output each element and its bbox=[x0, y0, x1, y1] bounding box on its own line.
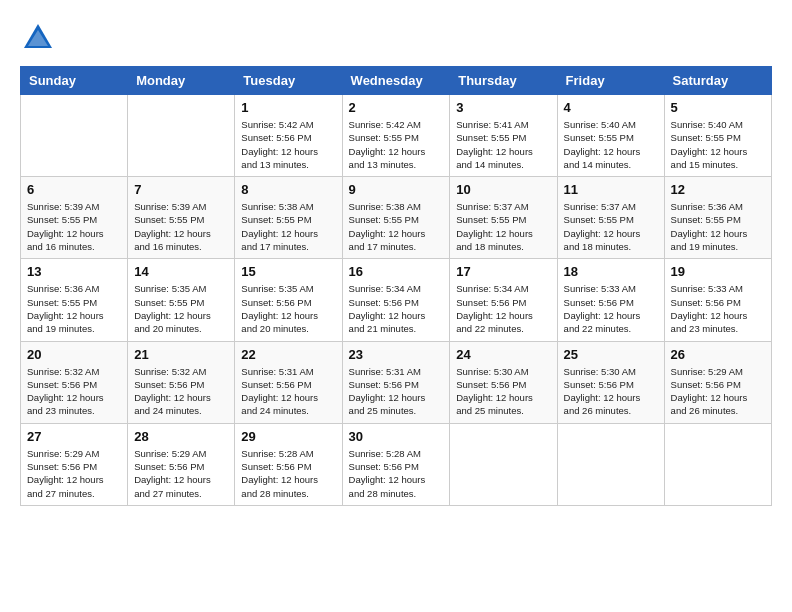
day-number: 16 bbox=[349, 264, 444, 279]
day-number: 5 bbox=[671, 100, 765, 115]
day-number: 28 bbox=[134, 429, 228, 444]
day-number: 21 bbox=[134, 347, 228, 362]
day-number: 9 bbox=[349, 182, 444, 197]
calendar-cell bbox=[664, 423, 771, 505]
day-number: 13 bbox=[27, 264, 121, 279]
day-info: Sunrise: 5:31 AM Sunset: 5:56 PM Dayligh… bbox=[241, 365, 335, 418]
day-number: 20 bbox=[27, 347, 121, 362]
calendar-cell: 29Sunrise: 5:28 AM Sunset: 5:56 PM Dayli… bbox=[235, 423, 342, 505]
calendar-cell: 1Sunrise: 5:42 AM Sunset: 5:56 PM Daylig… bbox=[235, 95, 342, 177]
day-info: Sunrise: 5:39 AM Sunset: 5:55 PM Dayligh… bbox=[27, 200, 121, 253]
weekday-header-friday: Friday bbox=[557, 67, 664, 95]
logo-icon bbox=[20, 20, 56, 56]
day-info: Sunrise: 5:34 AM Sunset: 5:56 PM Dayligh… bbox=[349, 282, 444, 335]
day-number: 19 bbox=[671, 264, 765, 279]
day-info: Sunrise: 5:40 AM Sunset: 5:55 PM Dayligh… bbox=[564, 118, 658, 171]
day-info: Sunrise: 5:33 AM Sunset: 5:56 PM Dayligh… bbox=[564, 282, 658, 335]
day-info: Sunrise: 5:35 AM Sunset: 5:56 PM Dayligh… bbox=[241, 282, 335, 335]
calendar-cell: 9Sunrise: 5:38 AM Sunset: 5:55 PM Daylig… bbox=[342, 177, 450, 259]
calendar-cell: 13Sunrise: 5:36 AM Sunset: 5:55 PM Dayli… bbox=[21, 259, 128, 341]
week-row-2: 6Sunrise: 5:39 AM Sunset: 5:55 PM Daylig… bbox=[21, 177, 772, 259]
day-info: Sunrise: 5:37 AM Sunset: 5:55 PM Dayligh… bbox=[456, 200, 550, 253]
day-info: Sunrise: 5:36 AM Sunset: 5:55 PM Dayligh… bbox=[27, 282, 121, 335]
calendar-cell: 10Sunrise: 5:37 AM Sunset: 5:55 PM Dayli… bbox=[450, 177, 557, 259]
day-info: Sunrise: 5:42 AM Sunset: 5:56 PM Dayligh… bbox=[241, 118, 335, 171]
calendar-cell: 6Sunrise: 5:39 AM Sunset: 5:55 PM Daylig… bbox=[21, 177, 128, 259]
calendar-cell: 18Sunrise: 5:33 AM Sunset: 5:56 PM Dayli… bbox=[557, 259, 664, 341]
day-number: 3 bbox=[456, 100, 550, 115]
calendar-cell bbox=[450, 423, 557, 505]
day-info: Sunrise: 5:30 AM Sunset: 5:56 PM Dayligh… bbox=[456, 365, 550, 418]
day-info: Sunrise: 5:39 AM Sunset: 5:55 PM Dayligh… bbox=[134, 200, 228, 253]
day-number: 30 bbox=[349, 429, 444, 444]
day-number: 10 bbox=[456, 182, 550, 197]
day-info: Sunrise: 5:30 AM Sunset: 5:56 PM Dayligh… bbox=[564, 365, 658, 418]
day-number: 11 bbox=[564, 182, 658, 197]
weekday-header-sunday: Sunday bbox=[21, 67, 128, 95]
day-info: Sunrise: 5:31 AM Sunset: 5:56 PM Dayligh… bbox=[349, 365, 444, 418]
calendar-cell: 20Sunrise: 5:32 AM Sunset: 5:56 PM Dayli… bbox=[21, 341, 128, 423]
day-number: 8 bbox=[241, 182, 335, 197]
calendar-cell: 11Sunrise: 5:37 AM Sunset: 5:55 PM Dayli… bbox=[557, 177, 664, 259]
day-info: Sunrise: 5:38 AM Sunset: 5:55 PM Dayligh… bbox=[241, 200, 335, 253]
day-number: 22 bbox=[241, 347, 335, 362]
calendar-cell bbox=[128, 95, 235, 177]
weekday-header-wednesday: Wednesday bbox=[342, 67, 450, 95]
day-info: Sunrise: 5:38 AM Sunset: 5:55 PM Dayligh… bbox=[349, 200, 444, 253]
calendar-table: SundayMondayTuesdayWednesdayThursdayFrid… bbox=[20, 66, 772, 506]
calendar-cell: 14Sunrise: 5:35 AM Sunset: 5:55 PM Dayli… bbox=[128, 259, 235, 341]
day-number: 15 bbox=[241, 264, 335, 279]
day-number: 12 bbox=[671, 182, 765, 197]
calendar-cell: 4Sunrise: 5:40 AM Sunset: 5:55 PM Daylig… bbox=[557, 95, 664, 177]
day-number: 1 bbox=[241, 100, 335, 115]
week-row-1: 1Sunrise: 5:42 AM Sunset: 5:56 PM Daylig… bbox=[21, 95, 772, 177]
day-number: 2 bbox=[349, 100, 444, 115]
calendar-cell: 17Sunrise: 5:34 AM Sunset: 5:56 PM Dayli… bbox=[450, 259, 557, 341]
day-number: 7 bbox=[134, 182, 228, 197]
day-info: Sunrise: 5:40 AM Sunset: 5:55 PM Dayligh… bbox=[671, 118, 765, 171]
day-number: 4 bbox=[564, 100, 658, 115]
calendar-cell: 2Sunrise: 5:42 AM Sunset: 5:55 PM Daylig… bbox=[342, 95, 450, 177]
calendar-cell: 16Sunrise: 5:34 AM Sunset: 5:56 PM Dayli… bbox=[342, 259, 450, 341]
day-info: Sunrise: 5:32 AM Sunset: 5:56 PM Dayligh… bbox=[27, 365, 121, 418]
day-info: Sunrise: 5:28 AM Sunset: 5:56 PM Dayligh… bbox=[241, 447, 335, 500]
calendar-cell: 21Sunrise: 5:32 AM Sunset: 5:56 PM Dayli… bbox=[128, 341, 235, 423]
calendar-cell: 19Sunrise: 5:33 AM Sunset: 5:56 PM Dayli… bbox=[664, 259, 771, 341]
week-row-4: 20Sunrise: 5:32 AM Sunset: 5:56 PM Dayli… bbox=[21, 341, 772, 423]
weekday-header-row: SundayMondayTuesdayWednesdayThursdayFrid… bbox=[21, 67, 772, 95]
day-number: 23 bbox=[349, 347, 444, 362]
calendar-cell: 7Sunrise: 5:39 AM Sunset: 5:55 PM Daylig… bbox=[128, 177, 235, 259]
weekday-header-saturday: Saturday bbox=[664, 67, 771, 95]
weekday-header-tuesday: Tuesday bbox=[235, 67, 342, 95]
calendar-cell bbox=[21, 95, 128, 177]
logo bbox=[20, 20, 60, 56]
calendar-cell: 22Sunrise: 5:31 AM Sunset: 5:56 PM Dayli… bbox=[235, 341, 342, 423]
day-number: 27 bbox=[27, 429, 121, 444]
calendar-cell: 5Sunrise: 5:40 AM Sunset: 5:55 PM Daylig… bbox=[664, 95, 771, 177]
calendar-cell bbox=[557, 423, 664, 505]
calendar-cell: 15Sunrise: 5:35 AM Sunset: 5:56 PM Dayli… bbox=[235, 259, 342, 341]
day-number: 17 bbox=[456, 264, 550, 279]
calendar-cell: 26Sunrise: 5:29 AM Sunset: 5:56 PM Dayli… bbox=[664, 341, 771, 423]
weekday-header-thursday: Thursday bbox=[450, 67, 557, 95]
calendar-cell: 3Sunrise: 5:41 AM Sunset: 5:55 PM Daylig… bbox=[450, 95, 557, 177]
calendar-cell: 12Sunrise: 5:36 AM Sunset: 5:55 PM Dayli… bbox=[664, 177, 771, 259]
day-info: Sunrise: 5:36 AM Sunset: 5:55 PM Dayligh… bbox=[671, 200, 765, 253]
day-info: Sunrise: 5:29 AM Sunset: 5:56 PM Dayligh… bbox=[134, 447, 228, 500]
day-number: 14 bbox=[134, 264, 228, 279]
day-number: 26 bbox=[671, 347, 765, 362]
day-number: 6 bbox=[27, 182, 121, 197]
day-info: Sunrise: 5:33 AM Sunset: 5:56 PM Dayligh… bbox=[671, 282, 765, 335]
day-number: 29 bbox=[241, 429, 335, 444]
calendar-cell: 28Sunrise: 5:29 AM Sunset: 5:56 PM Dayli… bbox=[128, 423, 235, 505]
calendar-cell: 24Sunrise: 5:30 AM Sunset: 5:56 PM Dayli… bbox=[450, 341, 557, 423]
day-number: 18 bbox=[564, 264, 658, 279]
calendar-cell: 30Sunrise: 5:28 AM Sunset: 5:56 PM Dayli… bbox=[342, 423, 450, 505]
day-info: Sunrise: 5:42 AM Sunset: 5:55 PM Dayligh… bbox=[349, 118, 444, 171]
day-info: Sunrise: 5:29 AM Sunset: 5:56 PM Dayligh… bbox=[27, 447, 121, 500]
week-row-5: 27Sunrise: 5:29 AM Sunset: 5:56 PM Dayli… bbox=[21, 423, 772, 505]
weekday-header-monday: Monday bbox=[128, 67, 235, 95]
calendar-cell: 27Sunrise: 5:29 AM Sunset: 5:56 PM Dayli… bbox=[21, 423, 128, 505]
day-info: Sunrise: 5:34 AM Sunset: 5:56 PM Dayligh… bbox=[456, 282, 550, 335]
calendar-cell: 8Sunrise: 5:38 AM Sunset: 5:55 PM Daylig… bbox=[235, 177, 342, 259]
